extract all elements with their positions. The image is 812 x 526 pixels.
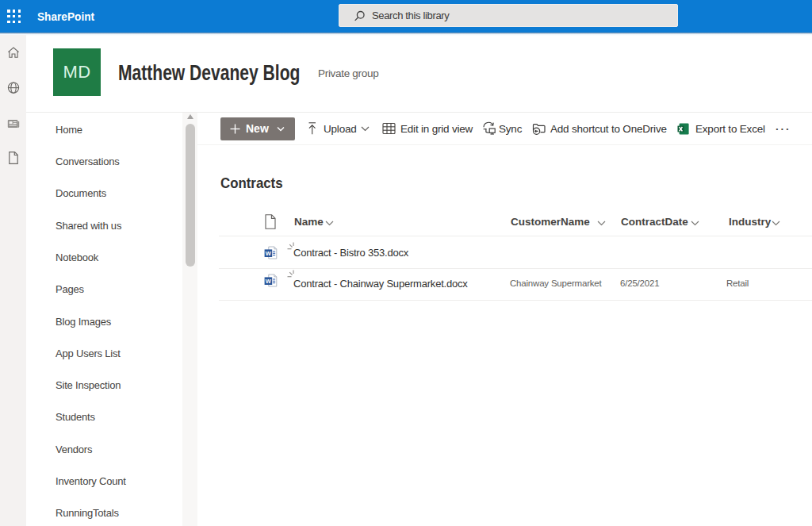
svg-text:W: W [266,250,272,257]
svg-text:W: W [266,278,272,285]
